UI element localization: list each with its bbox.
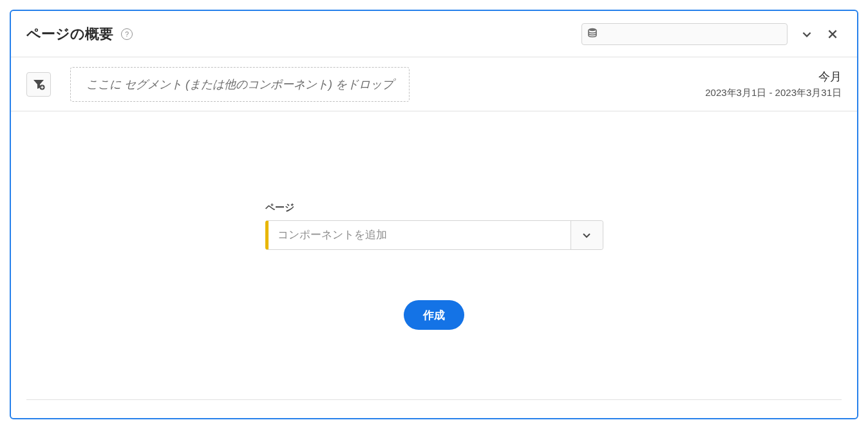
svg-point-0 [589,28,596,30]
panel-title: ページの概要 [26,24,113,44]
data-source-selector[interactable] [581,23,788,45]
close-button[interactable] [824,25,842,43]
summary-panel: ページの概要 ? [10,10,858,419]
database-icon [587,28,598,41]
toolbar: ここに セグメント (または他のコンポーネント) をドロップ 今月 2023年3… [11,57,857,111]
help-icon[interactable]: ? [121,28,133,40]
collapse-button[interactable] [798,25,816,43]
date-range-selector[interactable]: 今月 2023年3月1日 - 2023年3月31日 [705,69,842,99]
filter-add-icon [32,78,45,91]
page-field-row: ページ [265,202,603,250]
component-input[interactable] [269,221,571,249]
filter-button[interactable] [26,72,51,97]
component-combobox[interactable] [265,220,603,250]
segment-drop-zone[interactable]: ここに セグメント (または他のコンポーネント) をドロップ [70,67,410,102]
panel-header: ページの概要 ? [11,11,857,57]
component-dropdown-button[interactable] [571,221,603,249]
date-range-text: 2023年3月1日 - 2023年3月31日 [705,87,842,99]
create-button[interactable]: 作成 [404,300,464,330]
chevron-down-icon [581,230,592,240]
page-field-label: ページ [265,202,603,214]
content-area: ページ 作成 [11,111,857,330]
bottom-divider [26,399,842,400]
date-label: 今月 [705,69,842,84]
